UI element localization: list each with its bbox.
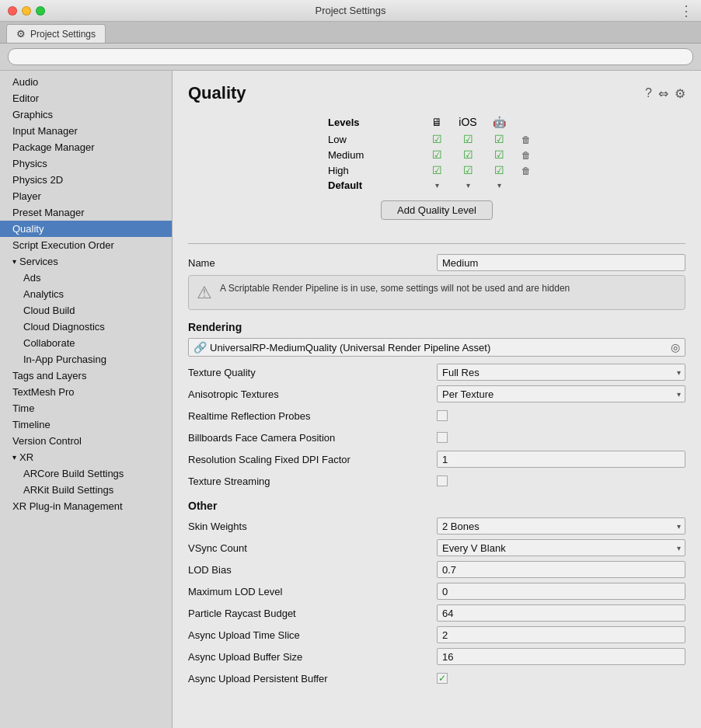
texture-streaming-value: [437, 475, 685, 486]
add-quality-level-button[interactable]: Add Quality Level: [381, 200, 493, 220]
high-delete-icon[interactable]: 🗑: [514, 165, 538, 176]
max-lod-label: Maximum LOD Level: [188, 586, 437, 597]
platform-ios-label: iOS: [452, 116, 483, 128]
realtime-probes-checkbox[interactable]: [437, 410, 448, 421]
anisotropic-select[interactable]: Disabled Per Texture Forced On: [437, 385, 685, 402]
layout-icon[interactable]: ⇔: [658, 86, 668, 101]
sidebar-item-arcore[interactable]: ARCore Build Settings: [0, 465, 172, 482]
skin-weights-label: Skin Weights: [188, 521, 437, 532]
search-input[interactable]: [8, 48, 693, 65]
warning-text: A Scriptable Render Pipeline is in use, …: [220, 282, 570, 295]
billboards-checkbox[interactable]: [437, 432, 448, 443]
async-time-input[interactable]: [437, 626, 685, 643]
search-bar: 🔍: [0, 44, 701, 71]
sidebar-item-preset-manager[interactable]: Preset Manager: [0, 204, 172, 221]
rendering-section-header: Rendering: [188, 321, 685, 333]
sidebar-item-audio[interactable]: Audio: [0, 74, 172, 90]
medium-delete-icon[interactable]: 🗑: [514, 149, 538, 161]
vsync-select[interactable]: Don't Sync Every V Blank Every Second V …: [437, 539, 685, 556]
sidebar-item-in-app[interactable]: In-App Purchasing: [0, 351, 172, 367]
low-android-check[interactable]: ☑: [483, 133, 514, 145]
low-desktop-check[interactable]: ☑: [421, 133, 452, 145]
name-input[interactable]: [437, 254, 685, 271]
sidebar-item-input-manager[interactable]: Input Manager: [0, 123, 172, 139]
sidebar-item-timeline[interactable]: Timeline: [0, 416, 172, 433]
sidebar-item-services[interactable]: ▾ Services: [0, 253, 172, 270]
skin-weights-select[interactable]: 1 Bone 2 Bones 4 Bones Unlimited: [437, 517, 685, 535]
table-row: Medium ☑ ☑ ☑ 🗑: [328, 147, 546, 162]
tab-project-settings[interactable]: ⚙ Project Settings: [6, 24, 106, 43]
resolution-scaling-input[interactable]: [437, 451, 685, 468]
texture-streaming-label: Texture Streaming: [188, 475, 437, 487]
medium-ios-check[interactable]: ☑: [452, 148, 483, 161]
default-ios-dropdown[interactable]: ▾: [452, 181, 483, 190]
anisotropic-label: Anisotropic Textures: [188, 388, 437, 400]
texture-quality-select[interactable]: Full Res Half Res Quarter Res Eighth Res: [437, 364, 685, 381]
maximize-button[interactable]: [36, 6, 45, 16]
content-inner: Quality ? ⇔ ⚙ Levels 🖥 iOS 🤖: [173, 71, 701, 703]
sidebar-item-graphics[interactable]: Graphics: [0, 106, 172, 123]
sidebar-item-textmesh[interactable]: TextMesh Pro: [0, 384, 172, 400]
sidebar-item-physics-2d[interactable]: Physics 2D: [0, 172, 172, 188]
settings-icon[interactable]: ⚙: [675, 86, 685, 101]
vsync-row: VSync Count Don't Sync Every V Blank Eve…: [188, 538, 685, 557]
anisotropic-value: Disabled Per Texture Forced On ▾: [437, 385, 685, 402]
warning-box: ⚠ A Scriptable Render Pipeline is in use…: [188, 275, 685, 310]
anisotropic-select-wrap: Disabled Per Texture Forced On ▾: [437, 385, 685, 402]
sidebar-item-cloud-diag[interactable]: Cloud Diagnostics: [0, 319, 172, 335]
sidebar-item-version-control[interactable]: Version Control: [0, 433, 172, 449]
sidebar-item-xr[interactable]: ▾ XR: [0, 449, 172, 465]
async-persistent-row: Async Upload Persistent Buffer ✓: [188, 669, 685, 688]
sidebar-item-arkit[interactable]: ARKit Build Settings: [0, 482, 172, 498]
levels-header-label: Levels: [328, 117, 421, 128]
sidebar-item-script-exec[interactable]: Script Execution Order: [0, 237, 172, 253]
lod-bias-label: LOD Bias: [188, 564, 437, 576]
title-bar: Project Settings ⋮: [0, 0, 701, 22]
sidebar-item-cloud-build[interactable]: Cloud Build: [0, 302, 172, 319]
title-bar-menu-icon[interactable]: ⋮: [679, 2, 693, 19]
medium-android-check[interactable]: ☑: [483, 148, 514, 161]
name-row: Name: [188, 253, 685, 272]
low-ios-check[interactable]: ☑: [452, 133, 483, 145]
sidebar-item-player[interactable]: Player: [0, 188, 172, 204]
sidebar-item-xr-plugin[interactable]: XR Plug-in Management: [0, 498, 172, 514]
low-delete-icon[interactable]: 🗑: [514, 134, 538, 145]
default-desktop-dropdown[interactable]: ▾: [421, 181, 452, 190]
tab-gear-icon: ⚙: [16, 28, 26, 40]
sidebar-item-physics[interactable]: Physics: [0, 155, 172, 172]
billboards-value: [437, 432, 685, 443]
sidebar-item-package-manager[interactable]: Package Manager: [0, 139, 172, 155]
async-buffer-value: [437, 648, 685, 665]
minimize-button[interactable]: [22, 6, 31, 16]
default-android-dropdown[interactable]: ▾: [483, 181, 514, 190]
high-android-check[interactable]: ☑: [483, 164, 514, 176]
particle-budget-input[interactable]: [437, 604, 685, 622]
sidebar-item-tags[interactable]: Tags and Layers: [0, 367, 172, 384]
divider: [188, 243, 685, 244]
anisotropic-row: Anisotropic Textures Disabled Per Textur…: [188, 385, 685, 403]
lod-bias-input[interactable]: [437, 561, 685, 578]
high-desktop-check[interactable]: ☑: [421, 164, 452, 176]
sidebar-item-time[interactable]: Time: [0, 400, 172, 416]
medium-desktop-check[interactable]: ☑: [421, 148, 452, 161]
platform-desktop-icon: 🖥: [421, 116, 452, 128]
sidebar-item-ads[interactable]: Ads: [0, 270, 172, 286]
max-lod-input[interactable]: [437, 583, 685, 600]
skin-weights-row: Skin Weights 1 Bone 2 Bones 4 Bones Unli…: [188, 517, 685, 535]
lod-bias-row: LOD Bias: [188, 560, 685, 579]
lod-bias-value: [437, 561, 685, 578]
high-ios-check[interactable]: ☑: [452, 164, 483, 176]
sidebar-item-editor[interactable]: Editor: [0, 90, 172, 106]
tab-label: Project Settings: [30, 29, 96, 40]
sidebar-item-quality[interactable]: Quality: [0, 221, 172, 237]
texture-streaming-checkbox[interactable]: [437, 475, 448, 486]
help-icon[interactable]: ?: [645, 86, 652, 100]
async-persistent-label: Async Upload Persistent Buffer: [188, 673, 437, 684]
async-buffer-label: Async Upload Buffer Size: [188, 651, 437, 663]
async-buffer-input[interactable]: [437, 648, 685, 665]
pipeline-target-icon[interactable]: ◎: [671, 341, 680, 354]
sidebar-item-analytics[interactable]: Analytics: [0, 286, 172, 302]
close-button[interactable]: [8, 6, 17, 16]
async-persistent-checkbox[interactable]: ✓: [437, 673, 448, 684]
sidebar-item-collaborate[interactable]: Collaborate: [0, 335, 172, 351]
